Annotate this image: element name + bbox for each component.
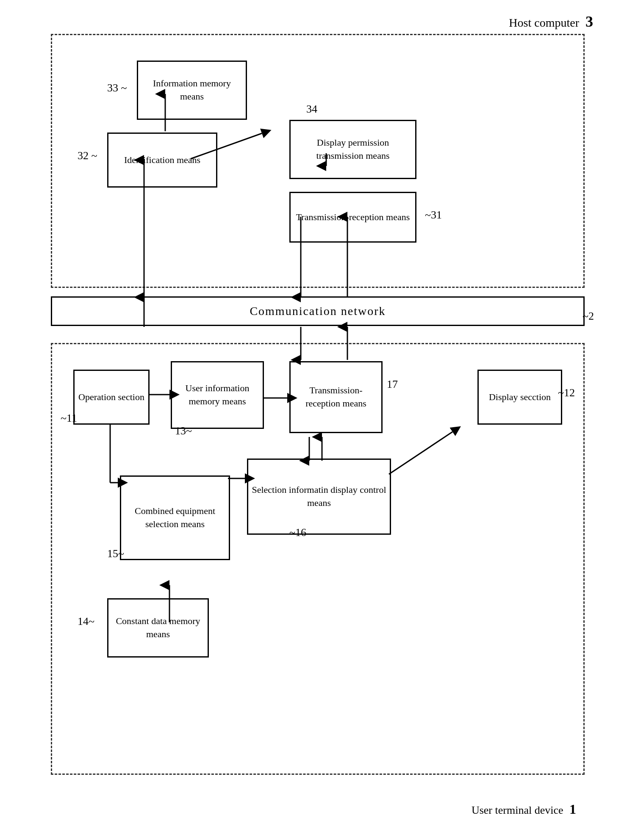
ref-11: ~11 (61, 412, 77, 425)
communication-network-box: Communication network (51, 296, 585, 326)
combined-equipment-label: Combined equipment selection means (125, 505, 225, 531)
identification-block: Identification means (107, 133, 217, 188)
identification-label: Identification means (124, 154, 200, 167)
ref-15: 15~ (107, 547, 124, 560)
selection-info-display-block: Selection informatin display control mea… (247, 459, 391, 535)
display-section-label: Display secction (489, 391, 551, 404)
ref-14-text: 14 (78, 615, 89, 627)
ref-33-text: 33 (107, 82, 118, 94)
host-computer-box: Information memory means 33 ~ Identifica… (51, 34, 585, 288)
information-memory-block: Information memory means (137, 61, 247, 120)
terminal-transmission-label: Transmission- reception means (294, 384, 378, 410)
ref-17: 17 (387, 378, 398, 391)
ref-2-text: 2 (588, 310, 594, 322)
user-info-memory-label: User information memory means (175, 382, 259, 408)
comm-network-label: Communication network (250, 304, 386, 318)
terminal-ref-text: 1 (569, 801, 576, 817)
operation-section-block: Operation section (73, 370, 150, 425)
constant-data-memory-label: Constant data memory means (112, 615, 204, 641)
ref-2: ~2 (583, 310, 594, 323)
ref-32: 32 ~ (78, 149, 97, 162)
display-permission-block: Display permission transmission means (289, 120, 416, 179)
ref-34-text: 34 (306, 103, 317, 115)
information-memory-label: Information memory means (141, 77, 242, 103)
user-info-memory-block: User information memory means (171, 361, 264, 429)
selection-info-display-label: Selection informatin display control mea… (252, 484, 386, 510)
terminal-transmission-block: Transmission- reception means (289, 361, 383, 433)
ref-16-text: 16 (295, 526, 306, 539)
ref-13: 13~ (175, 425, 192, 437)
ref-32-tilde: ~ (92, 149, 97, 162)
host-label-text: Host computer (509, 16, 579, 29)
ref-15-text: 15 (107, 547, 118, 560)
host-transmission-block: Transmission-reception means (289, 192, 416, 243)
ref-32-text: 32 (78, 149, 89, 162)
ref-33: 33 ~ (107, 82, 127, 94)
ref-12: ~12 (558, 387, 575, 399)
combined-equipment-block: Combined equipment selection means (120, 475, 230, 560)
constant-data-memory-block: Constant data memory means (107, 598, 209, 658)
display-permission-label: Display permission transmission means (294, 136, 412, 163)
terminal-label: User terminal device 1 (472, 801, 576, 817)
ref-31-text: 31 (431, 209, 442, 221)
ref-17-text: 17 (387, 378, 398, 390)
operation-section-label: Operation section (78, 391, 144, 404)
ref-31: ~31 (425, 209, 442, 221)
host-number: 3 (585, 13, 593, 30)
ref-14: 14~ (78, 615, 94, 628)
ref-34: 34 (306, 103, 317, 116)
ref-11-text: 11 (67, 412, 77, 424)
terminal-box: Operation section ~11 Display secction ~… (51, 343, 585, 775)
ref-16: ~16 (289, 526, 306, 539)
ref-13-text: 13 (175, 425, 186, 437)
display-section-block: Display secction (477, 370, 562, 425)
host-computer-title: Host computer 3 (509, 13, 593, 30)
host-transmission-label: Transmission-reception means (296, 211, 410, 224)
terminal-label-text: User terminal device (472, 804, 563, 816)
ref-12-text: 12 (564, 387, 575, 399)
ref-33-tilde: ~ (121, 82, 127, 94)
